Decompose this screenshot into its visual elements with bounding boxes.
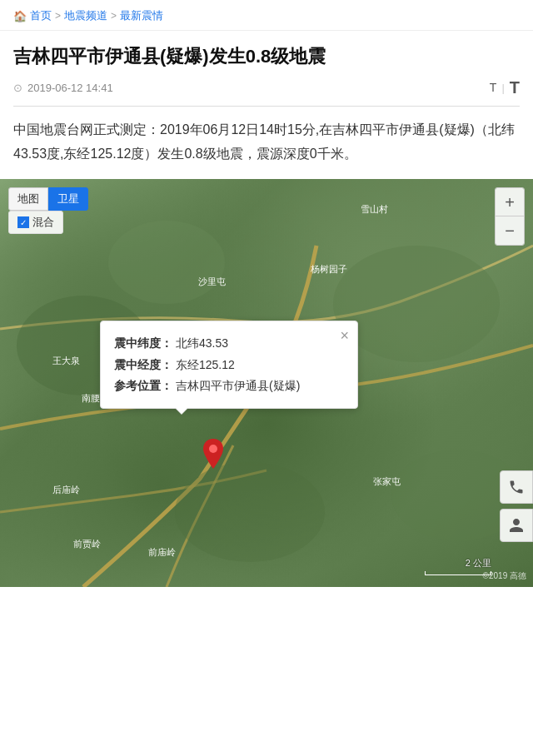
info-row-lat: 震中纬度： 北纬43.53: [114, 333, 344, 354]
map-type-controls[interactable]: 地图 卫星: [8, 187, 88, 211]
map-type-satellite-button[interactable]: 卫星: [48, 187, 88, 211]
info-row-lng: 震中经度： 东经125.12: [114, 355, 344, 376]
mixed-checkbox[interactable]: ✓: [17, 216, 29, 228]
map-label-xueshancun: 雪山村: [358, 202, 391, 216]
article-title: 吉林四平市伊通县(疑爆)发生0.8级地震: [13, 44, 520, 70]
article: 吉林四平市伊通县(疑爆)发生0.8级地震 ⊙ 2019-06-12 14:41 …: [0, 31, 533, 166]
svg-point-3: [108, 221, 225, 304]
date-area: ⊙ 2019-06-12 14:41: [13, 82, 113, 94]
map-label-wangdaquan: 王大泉: [50, 354, 82, 368]
map-label-shalitun: 沙里屯: [196, 275, 228, 289]
zoom-controls[interactable]: + −: [495, 187, 525, 246]
font-divider: |: [501, 82, 504, 94]
lat-value: 北纬43.53: [176, 333, 228, 354]
scale-label: 2 公里: [466, 557, 491, 569]
breadcrumb-channel[interactable]: 地震频道: [64, 8, 107, 23]
map-copyright: ©2019 高德: [483, 570, 526, 582]
info-popup: × 震中纬度： 北纬43.53 震中经度： 东经125.12 参考位置： 吉林四…: [100, 321, 358, 409]
user-button[interactable]: [500, 509, 533, 542]
mixed-option[interactable]: ✓ 混合: [8, 211, 63, 234]
map-label-houmiaoning: 后庙岭: [50, 483, 82, 497]
breadcrumb-sep1: >: [55, 10, 61, 22]
scale-bar: 2 公里: [425, 557, 491, 575]
map-label-zhangjiatun: 张家屯: [371, 475, 403, 489]
loc-value: 吉林四平市伊通县(疑爆): [176, 376, 300, 396]
map-label-yangshu: 杨树园子: [308, 262, 350, 276]
font-small-button[interactable]: T: [490, 81, 497, 94]
map-label-qianmiaoning: 前庙岭: [146, 545, 178, 560]
svg-point-1: [333, 246, 500, 362]
font-size-controls[interactable]: T | T: [490, 78, 520, 97]
svg-point-5: [209, 445, 217, 453]
earthquake-marker: [202, 437, 225, 467]
lat-label: 震中纬度：: [114, 333, 172, 354]
map-label-qianjialing: 前贾岭: [71, 537, 103, 551]
phone-button[interactable]: [500, 470, 533, 504]
info-popup-close[interactable]: ×: [340, 328, 349, 343]
article-date: 2019-06-12 14:41: [27, 82, 113, 94]
map-container: 雪山村 沙里屯 杨树园子 王大泉 南腰屯 后庙岭 张家屯 前贾岭 前庙岭 地图 …: [0, 179, 533, 587]
svg-point-2: [175, 462, 325, 562]
map-type-map-button[interactable]: 地图: [8, 187, 48, 211]
info-row-loc: 参考位置： 吉林四平市伊通县(疑爆): [114, 376, 344, 396]
breadcrumb-sep2: >: [111, 10, 117, 22]
breadcrumb-current[interactable]: 最新震情: [120, 8, 163, 23]
scale-line: [425, 571, 491, 575]
article-body: 中国地震台网正式测定：2019年06月12日14时15分,在吉林四平市伊通县(疑…: [13, 118, 520, 167]
home-icon: 🏠: [13, 10, 27, 22]
mixed-label: 混合: [32, 215, 54, 230]
zoom-out-button[interactable]: −: [496, 216, 524, 245]
breadcrumb-home[interactable]: 首页: [30, 8, 52, 23]
lng-label: 震中经度：: [114, 355, 172, 376]
lng-value: 东经125.12: [176, 355, 235, 376]
breadcrumb: 🏠 首页 > 地震频道 > 最新震情: [0, 0, 533, 31]
zoom-in-button[interactable]: +: [496, 188, 524, 216]
loc-label: 参考位置：: [114, 376, 172, 396]
article-meta: ⊙ 2019-06-12 14:41 T | T: [13, 78, 520, 107]
clock-icon: ⊙: [13, 82, 22, 94]
font-large-button[interactable]: T: [510, 78, 520, 97]
